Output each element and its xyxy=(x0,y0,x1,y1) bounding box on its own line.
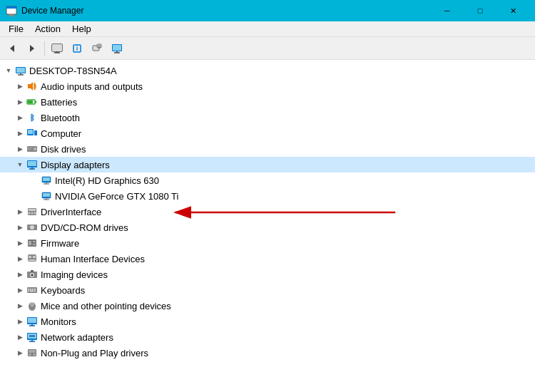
hid-expander[interactable]: ▶ xyxy=(14,253,26,264)
driverinterface-icon xyxy=(26,206,39,217)
tree-item-imaging[interactable]: ▶ Imaging devices xyxy=(0,267,535,282)
tree-item-audio[interactable]: ▶ Audio inputs and outputs xyxy=(0,78,535,94)
tree-item-network[interactable]: ▶ Network adapters xyxy=(0,329,535,345)
svg-rect-26 xyxy=(35,101,36,103)
title-bar: Device Manager ─ □ ✕ xyxy=(0,0,535,21)
svg-rect-93 xyxy=(29,354,31,356)
svg-rect-68 xyxy=(31,270,34,272)
title-bar-title: Device Manager xyxy=(21,6,431,16)
audio-icon xyxy=(26,81,39,92)
close-button[interactable]: ✕ xyxy=(496,0,529,21)
tree-item-monitors[interactable]: ▶ Monitors xyxy=(0,314,535,329)
root-expander[interactable]: ▼ xyxy=(3,65,14,76)
mice-label: Mice and other pointing devices xyxy=(41,301,171,311)
svg-rect-94 xyxy=(33,354,36,356)
bluetooth-label: Bluetooth xyxy=(41,113,80,123)
computer-expander[interactable]: ▶ xyxy=(14,128,26,139)
toolbar-forward[interactable] xyxy=(23,40,41,57)
tree-item-nonplug[interactable]: ▶ Non-Plug and Play drivers xyxy=(0,345,535,361)
svg-rect-17 xyxy=(113,45,121,51)
svg-point-35 xyxy=(34,148,36,150)
tree-item-keyboards[interactable]: ▶ Keyboards xyxy=(0,282,535,298)
root-icon xyxy=(14,65,27,76)
keyboards-label: Keyboards xyxy=(41,285,85,296)
tree-item-hid[interactable]: ▶ Human Interface Devices xyxy=(0,251,535,267)
toolbar-display[interactable] xyxy=(108,40,126,57)
toolbar-properties[interactable]: i xyxy=(68,40,86,57)
svg-rect-72 xyxy=(28,289,29,290)
monitors-expander[interactable]: ▶ xyxy=(14,316,26,327)
tree-view[interactable]: ▼ DESKTOP-T8SN54A ▶ xyxy=(0,60,535,392)
displayadapters-expander[interactable]: ▼ xyxy=(14,159,26,170)
toolbar-update[interactable] xyxy=(88,40,106,57)
menu-help[interactable]: Help xyxy=(66,22,97,36)
svg-rect-31 xyxy=(34,130,37,135)
root-label: DESKTOP-T8SN54A xyxy=(29,66,117,76)
driverinterface-label: DriverInterface xyxy=(41,207,101,217)
intel-icon xyxy=(40,175,53,186)
toolbar: i xyxy=(0,37,535,60)
svg-rect-61 xyxy=(33,241,36,242)
svg-rect-92 xyxy=(29,350,36,353)
maximize-button[interactable]: □ xyxy=(464,0,496,21)
audio-expander[interactable]: ▶ xyxy=(14,81,26,92)
imaging-expander[interactable]: ▶ xyxy=(14,269,26,280)
keyboards-icon xyxy=(26,284,39,296)
tree-item-nvidia[interactable]: ▶ NVIDIA GeForce GTX 1080 Ti xyxy=(0,188,535,204)
tree-item-batteries[interactable]: ▶ Batteries xyxy=(0,94,535,110)
dvd-expander[interactable]: ▶ xyxy=(14,222,26,233)
menu-action[interactable]: Action xyxy=(29,22,66,36)
diskdrives-label: Disk drives xyxy=(41,144,86,155)
dvd-label: DVD/CD-ROM drives xyxy=(41,222,128,233)
svg-rect-71 xyxy=(27,287,37,293)
svg-rect-36 xyxy=(28,148,32,148)
tree-item-computer[interactable]: ▶ Computer xyxy=(0,125,535,141)
svg-rect-64 xyxy=(29,256,31,258)
displayadapters-label: Display adapters xyxy=(41,160,110,170)
network-label: Network adapters xyxy=(41,332,113,343)
svg-rect-7 xyxy=(52,44,62,51)
tree-item-bluetooth[interactable]: ▶ ᛒ Bluetooth xyxy=(0,110,535,125)
nonplug-expander[interactable]: ▶ xyxy=(14,347,26,359)
mice-expander[interactable]: ▶ xyxy=(14,300,26,311)
svg-rect-73 xyxy=(30,289,31,290)
svg-rect-75 xyxy=(34,289,36,290)
svg-rect-27 xyxy=(28,100,33,103)
nonplug-icon xyxy=(26,347,39,359)
tree-item-mice[interactable]: ▶ Mice and other pointing devices xyxy=(0,298,535,314)
svg-rect-62 xyxy=(33,244,36,245)
minimize-button[interactable]: ─ xyxy=(431,0,464,21)
svg-rect-58 xyxy=(29,227,30,227)
network-expander[interactable]: ▶ xyxy=(14,331,26,343)
main-content: ▼ DESKTOP-T8SN54A ▶ xyxy=(0,60,535,392)
tree-item-diskdrives[interactable]: ▶ Disk drives xyxy=(0,141,535,157)
tree-item-dvd[interactable]: ▶ DVD/CD-ROM drives xyxy=(0,220,535,235)
keyboards-expander[interactable]: ▶ xyxy=(14,284,26,296)
svg-rect-21 xyxy=(16,68,25,73)
svg-rect-76 xyxy=(28,291,29,292)
tree-item-displayadapters[interactable]: ▼ Display adapters xyxy=(0,157,535,172)
toolbar-back[interactable] xyxy=(3,40,21,57)
menu-file[interactable]: File xyxy=(3,22,29,36)
svg-rect-39 xyxy=(28,161,36,166)
tree-item-intel[interactable]: ▶ Intel(R) HD Graphics 630 xyxy=(0,172,535,188)
tree-root[interactable]: ▼ DESKTOP-T8SN54A xyxy=(0,63,535,78)
intel-expander: ▶ xyxy=(29,175,40,186)
diskdrives-expander[interactable]: ▶ xyxy=(14,143,26,155)
monitors-label: Monitors xyxy=(41,316,76,327)
svg-point-54 xyxy=(34,212,36,215)
firmware-expander[interactable]: ▶ xyxy=(14,237,26,249)
driverinterface-expander[interactable]: ▶ xyxy=(14,206,26,217)
toolbar-computer[interactable] xyxy=(48,40,66,57)
intel-label: Intel(R) HD Graphics 630 xyxy=(55,175,159,186)
bluetooth-expander[interactable]: ▶ xyxy=(14,112,26,123)
audio-label: Audio inputs and outputs xyxy=(41,81,143,92)
batteries-expander[interactable]: ▶ xyxy=(14,96,26,108)
tree-item-firmware[interactable]: ▶ Firmware xyxy=(0,235,535,251)
tree-item-driverinterface[interactable]: ▶ DriverInterface xyxy=(0,204,535,220)
network-icon xyxy=(26,331,39,343)
svg-rect-83 xyxy=(28,318,36,323)
bluetooth-icon: ᛒ xyxy=(26,112,39,123)
diskdrives-icon xyxy=(26,143,39,155)
svg-point-70 xyxy=(31,274,34,277)
